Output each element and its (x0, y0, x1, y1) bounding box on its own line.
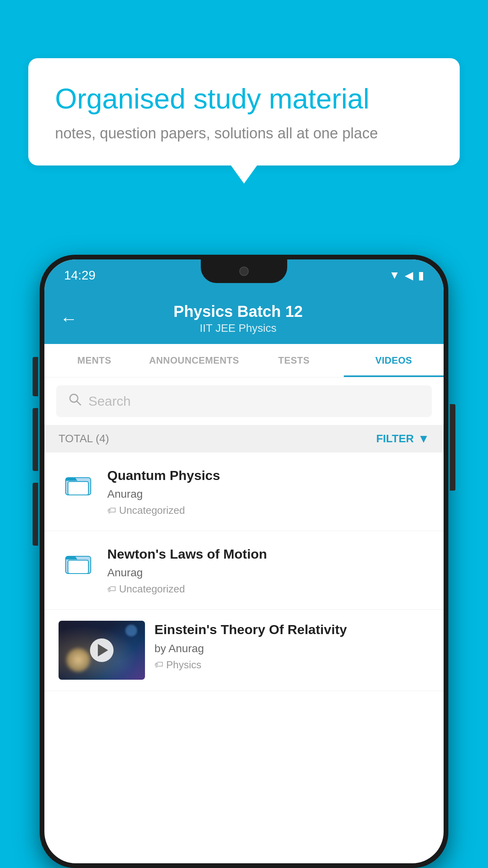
tag-icon: 🏷 (154, 660, 163, 670)
speech-bubble: Organised study material notes, question… (28, 58, 460, 166)
video-info-newton: Newton's Laws of Motion Anurag 🏷 Uncateg… (98, 545, 429, 595)
video-tag: 🏷 Physics (154, 659, 429, 671)
video-tag: 🏷 Uncategorized (107, 504, 429, 517)
play-triangle-icon (98, 644, 108, 657)
side-button-volume-down (33, 483, 38, 546)
svg-rect-3 (68, 482, 88, 495)
bubble-title: Organised study material (55, 82, 433, 116)
back-button[interactable]: ← (60, 309, 77, 329)
speech-bubble-container: Organised study material notes, question… (28, 58, 460, 166)
camera-dot (239, 267, 249, 276)
wifi-icon: ▼ (389, 269, 400, 281)
status-time: 14:29 (64, 268, 95, 283)
video-author: by Anurag (154, 642, 429, 655)
filter-label: FILTER (376, 432, 414, 445)
header-subtitle: IIT JEE Physics (89, 322, 387, 335)
signal-icon: ◀ (405, 269, 413, 282)
phone-notch (201, 259, 287, 283)
app-header: ← Physics Batch 12 IIT JEE Physics (44, 291, 444, 344)
status-bar: 14:29 ▼ ◀ ▮ (44, 259, 444, 291)
phone-frame: 14:29 ▼ ◀ ▮ ← Physics Batch 12 IIT JEE P… (40, 255, 448, 868)
phone-screen: 14:29 ▼ ◀ ▮ ← Physics Batch 12 IIT JEE P… (44, 259, 444, 863)
tabs-bar: MENTS ANNOUNCEMENTS TESTS VIDEOS (44, 344, 444, 377)
tab-videos[interactable]: VIDEOS (344, 344, 444, 377)
filter-icon: ▼ (418, 432, 429, 445)
filter-button[interactable]: FILTER ▼ (376, 432, 429, 445)
search-bar[interactable]: Search (56, 385, 432, 417)
video-title: Quantum Physics (107, 467, 429, 484)
svg-rect-5 (68, 560, 88, 574)
video-title: Newton's Laws of Motion (107, 545, 429, 563)
video-thumbnail-einstein (59, 621, 145, 680)
video-tag: 🏷 Uncategorized (107, 583, 429, 595)
tag-label: Physics (166, 659, 202, 671)
battery-icon: ▮ (418, 269, 424, 282)
svg-line-1 (77, 401, 81, 405)
search-container: Search (44, 377, 444, 425)
filter-bar: TOTAL (4) FILTER ▼ (44, 425, 444, 452)
total-count: TOTAL (4) (59, 432, 109, 445)
video-author: Anurag (107, 566, 429, 579)
tag-icon: 🏷 (107, 584, 116, 594)
list-item[interactable]: Einstein's Theory Of Relativity by Anura… (44, 610, 444, 691)
play-button[interactable] (90, 638, 114, 662)
video-title: Einstein's Theory Of Relativity (154, 621, 429, 638)
video-info-quantum: Quantum Physics Anurag 🏷 Uncategorized (98, 467, 429, 517)
tag-icon: 🏷 (107, 506, 116, 516)
search-input-placeholder: Search (88, 394, 131, 409)
video-list: Quantum Physics Anurag 🏷 Uncategorized (44, 452, 444, 691)
side-button-volume-mute (33, 357, 38, 396)
folder-thumb-newton (59, 545, 98, 577)
header-title-area: Physics Batch 12 IIT JEE Physics (89, 303, 387, 335)
tab-announcements[interactable]: ANNOUNCEMENTS (144, 344, 244, 377)
list-item[interactable]: Newton's Laws of Motion Anurag 🏷 Uncateg… (44, 531, 444, 610)
tab-tests[interactable]: TESTS (244, 344, 344, 377)
search-icon (68, 392, 82, 410)
side-button-volume-up (33, 408, 38, 471)
tab-ments[interactable]: MENTS (44, 344, 144, 377)
list-item[interactable]: Quantum Physics Anurag 🏷 Uncategorized (44, 452, 444, 531)
video-info-einstein: Einstein's Theory Of Relativity by Anura… (145, 621, 429, 671)
status-icons: ▼ ◀ ▮ (389, 269, 424, 282)
folder-thumb-quantum (59, 467, 98, 498)
header-title: Physics Batch 12 (89, 303, 387, 320)
tag-label: Uncategorized (119, 583, 185, 595)
tag-label: Uncategorized (119, 504, 185, 517)
bubble-subtitle: notes, question papers, solutions all at… (55, 125, 433, 142)
side-button-power (450, 404, 455, 491)
video-author: Anurag (107, 488, 429, 500)
